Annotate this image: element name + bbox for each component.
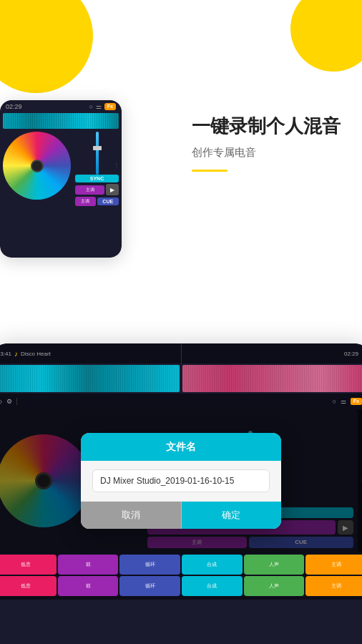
- main-key-button-2[interactable]: 主调: [75, 197, 96, 206]
- pad-row1-item-0[interactable]: 低音: [0, 555, 57, 575]
- tablet-right-time: 02:29: [344, 351, 358, 357]
- main-title: 一键录制个人混音: [192, 114, 341, 139]
- tablet-song-title: Disco Heart: [21, 351, 51, 357]
- dialog-confirm-button[interactable]: 确定: [182, 502, 282, 529]
- turntable-center: [31, 160, 44, 172]
- equalizer-icon: ⚌: [96, 103, 102, 110]
- cue-button[interactable]: CUE: [97, 197, 119, 205]
- tablet-waveform-left: [0, 365, 180, 392]
- small-device-icons: ○ ⚌ Fx: [89, 103, 116, 110]
- tablet-waveforms: [0, 364, 362, 394]
- dialog-cancel-button[interactable]: 取消: [81, 502, 182, 529]
- grid-icon: ⋮: [114, 162, 119, 168]
- circle-icon-right: ○: [332, 398, 336, 405]
- note-icon-left: ♪: [14, 350, 18, 358]
- small-device-mockup: 02:29 ○ ⚌ Fx: [0, 100, 122, 258]
- tablet-waveform-right: [182, 365, 362, 392]
- diamond-icon: ◇: [0, 398, 2, 405]
- small-device-time: 02:29: [6, 103, 22, 110]
- sync-row: SYNC: [75, 175, 119, 182]
- pad-row2-item-5[interactable]: 主调: [305, 576, 362, 596]
- fader-handle[interactable]: [93, 146, 102, 150]
- tablet-main-area: SYNC 主调 ▶ 主调 CUE: [0, 409, 362, 552]
- pad-row2-item-4[interactable]: 人声: [244, 576, 305, 596]
- main-key-button-1[interactable]: 主调: [75, 185, 104, 195]
- dialog-buttons: 取消 确定: [81, 501, 281, 529]
- pad-row2-item-3[interactable]: 合成: [182, 576, 243, 596]
- fx-button-tablet[interactable]: Fx: [351, 398, 362, 405]
- pad-row2-item-1[interactable]: 鼓: [58, 576, 119, 596]
- tablet-left-time: 03:41: [0, 351, 11, 357]
- fx-button[interactable]: Fx: [104, 103, 116, 110]
- tablet-pads-section: 低音鼓循环合成人声主调 低音鼓循环合成人声主调: [0, 552, 362, 600]
- eq-icon-right: ⚌: [341, 398, 346, 405]
- pad-row1-item-5[interactable]: 主调: [305, 555, 362, 575]
- dialog-title: 文件名: [166, 441, 196, 452]
- dialog-input-area: DJ Mixer Studio_2019-01-16-10-15: [81, 461, 281, 501]
- pad-row1-item-3[interactable]: 合成: [182, 555, 243, 575]
- pads-row-2: 低音鼓循环合成人声主调: [0, 576, 362, 596]
- dialog-box: 文件名 DJ Mixer Studio_2019-01-16-10-15 取消 …: [81, 433, 281, 529]
- bottom-section: 03:41 ♪ Disco Heart 02:29 ♪ ◇: [0, 322, 362, 644]
- tablet-control-row: ◇ ⚙ ○ ⚌ Fx: [0, 394, 362, 409]
- text-area: 一键录制个人混音 创作专属电音: [192, 114, 341, 172]
- pads-row-1: 低音鼓循环合成人声主调: [0, 555, 362, 575]
- small-device-fader-area: [75, 132, 119, 175]
- small-device-screen: 02:29 ○ ⚌ Fx: [0, 100, 122, 258]
- gear-icon[interactable]: ⚙: [6, 398, 12, 405]
- sync-button[interactable]: SYNC: [75, 175, 119, 182]
- tablet-topbar: 03:41 ♪ Disco Heart 02:29 ♪: [0, 343, 362, 364]
- tablet-right-channel: 02:29 ♪: [181, 343, 363, 364]
- dialog-filename-input[interactable]: DJ Mixer Studio_2019-01-16-10-15: [92, 469, 270, 492]
- yellow-divider: [192, 170, 228, 172]
- pad-row1-item-1[interactable]: 鼓: [58, 555, 119, 575]
- play-button[interactable]: ▶: [106, 184, 119, 195]
- page: 02:29 ○ ⚌ Fx: [0, 0, 362, 644]
- small-device-topbar: 02:29 ○ ⚌ Fx: [0, 100, 122, 113]
- main-row-2: 主调 CUE: [75, 197, 119, 206]
- small-device-waveform: [3, 113, 119, 129]
- dialog-header: 文件名: [81, 433, 281, 461]
- small-device-main: SYNC 主调 ▶ 主调 CUE: [0, 129, 122, 200]
- pad-row1-item-2[interactable]: 循环: [119, 555, 180, 575]
- pad-row2-item-0[interactable]: 低音: [0, 576, 57, 596]
- sub-title: 创作专属电音: [192, 146, 341, 160]
- small-device-turntable[interactable]: [3, 132, 71, 200]
- tablet-device-mockup: 03:41 ♪ Disco Heart 02:29 ♪ ◇: [0, 343, 362, 644]
- tablet-left-channel: 03:41 ♪ Disco Heart: [0, 343, 181, 364]
- main-row-1: 主调 ▶: [75, 184, 119, 195]
- dialog-overlay: 文件名 DJ Mixer Studio_2019-01-16-10-15 取消 …: [0, 409, 362, 552]
- pad-row2-item-2[interactable]: 循环: [119, 576, 180, 596]
- tablet-screen: 03:41 ♪ Disco Heart 02:29 ♪ ◇: [0, 343, 362, 644]
- circle-icon: ○: [89, 103, 92, 110]
- small-device-bottom-buttons: SYNC 主调 ▶ 主调 CUE: [75, 175, 119, 206]
- top-section: 02:29 ○ ⚌ Fx: [0, 0, 362, 272]
- pad-row1-item-4[interactable]: 人声: [244, 555, 305, 575]
- small-device-fader[interactable]: [96, 132, 99, 175]
